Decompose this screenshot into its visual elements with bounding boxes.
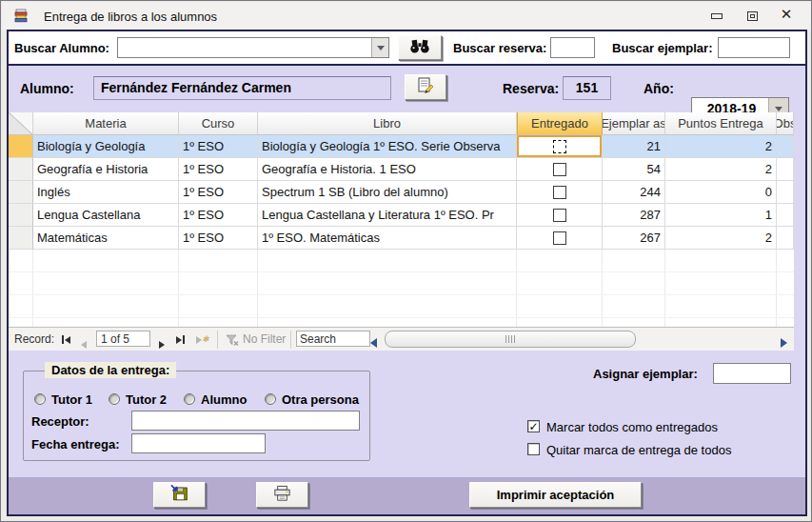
edit-document-icon [416, 77, 435, 98]
cell-puntos-entregados[interactable]: 2 [665, 158, 777, 181]
last-record-button[interactable] [176, 335, 185, 344]
buscar-ejemplar-input[interactable] [718, 37, 790, 58]
previous-record-button[interactable] [81, 335, 87, 352]
fecha-entrega-label: Fecha entrega: [31, 437, 119, 452]
radio-otra-persona[interactable] [265, 393, 276, 405]
row-selector[interactable] [9, 158, 33, 181]
cell-puntos-entregados[interactable]: 2 [665, 135, 777, 158]
buscar-reserva-input[interactable] [550, 37, 595, 58]
cell-curso[interactable]: 1º ESO [179, 181, 258, 204]
cell-puntos-entregados[interactable]: 1 [665, 204, 777, 227]
cell-ejemplar-asignado[interactable]: 244 [603, 181, 665, 204]
marcar-label: Marcar todos como entregados [546, 420, 718, 434]
fecha-entrega-input[interactable] [131, 433, 266, 453]
select-all-corner[interactable] [9, 112, 33, 135]
datasheet-header: Materia Curso Libro Entregado Ejemplar a… [9, 112, 794, 135]
row-selector[interactable] [9, 181, 33, 204]
delivery-legend: Datos de la entrega: [45, 362, 176, 378]
cell-entregado[interactable] [517, 181, 603, 204]
cell-curso[interactable]: 1º ESO [179, 158, 258, 181]
reserva-field[interactable]: 151 [563, 76, 611, 100]
cell-libro[interactable]: 1º ESO. Matemáticas [258, 227, 517, 250]
edit-student-button[interactable] [405, 74, 446, 100]
col-header-obs[interactable]: Obs [777, 112, 794, 135]
close-button[interactable]: ✕ [773, 5, 800, 24]
cell-materia[interactable]: Matemáticas [33, 227, 179, 250]
cell-observaciones[interactable] [777, 181, 794, 204]
new-record-button[interactable]: ✱ [196, 335, 209, 344]
cell-libro[interactable]: Spectrum 1 SB (Libro del alumno) [258, 181, 517, 204]
cell-puntos-entregados[interactable]: 0 [665, 181, 777, 204]
cell-observaciones[interactable] [777, 204, 794, 227]
cell-observaciones[interactable] [777, 158, 794, 181]
col-header-curso[interactable]: Curso [179, 112, 258, 135]
restore-button[interactable] [739, 7, 765, 26]
entregado-checkbox[interactable] [553, 140, 566, 153]
record-position-box[interactable]: 1 of 5 [96, 331, 150, 347]
print-button[interactable] [256, 482, 308, 508]
hscroll-thumb[interactable] [385, 331, 636, 348]
save-button[interactable] [153, 482, 206, 508]
cell-observaciones[interactable] [777, 227, 794, 250]
cell-libro[interactable]: Geografía e Historia. 1 ESO [258, 158, 517, 181]
receptor-input[interactable] [131, 411, 360, 431]
cell-ejemplar-asignado[interactable]: 287 [603, 204, 665, 227]
cell-entregado[interactable] [517, 204, 603, 227]
cell-curso[interactable]: 1º ESO [179, 227, 258, 250]
footer-bar [9, 477, 805, 514]
entregado-checkbox[interactable] [553, 163, 566, 176]
cell-entregado[interactable] [517, 158, 603, 181]
col-header-materia[interactable]: Materia [33, 112, 179, 135]
next-record-button[interactable] [159, 335, 165, 352]
restore-icon [747, 11, 758, 21]
minimize-button[interactable] [703, 7, 730, 26]
marcar-checkbox[interactable]: ✓ [527, 420, 540, 432]
radio-tutor2[interactable] [109, 393, 120, 405]
col-header-libro[interactable]: Libro [258, 112, 517, 135]
entregado-checkbox[interactable] [553, 209, 566, 222]
imprimir-aceptacion-button[interactable]: Imprimir aceptación [469, 482, 642, 508]
row-selector[interactable] [9, 204, 33, 227]
cell-ejemplar-asignado[interactable]: 267 [603, 227, 665, 250]
cell-ejemplar-asignado[interactable]: 21 [603, 135, 665, 158]
cell-entregado[interactable] [517, 135, 603, 158]
hscroll-left-arrow[interactable] [370, 334, 377, 351]
cell-curso[interactable]: 1º ESO [179, 204, 258, 227]
table-row: Matemáticas1º ESO1º ESO. Matemáticas2672 [9, 227, 794, 250]
col-header-entregado[interactable]: Entregado [517, 112, 603, 135]
cell-materia[interactable]: Inglés [33, 181, 179, 204]
col-header-ejemplar[interactable]: Ejemplar as [603, 112, 665, 135]
window-title: Entrega de libros a los alumnos [44, 10, 217, 24]
search-button[interactable] [398, 35, 442, 60]
cell-materia[interactable]: Lengua Castellana [33, 204, 179, 227]
row-selector[interactable] [9, 135, 33, 158]
radio-tutor1[interactable] [34, 393, 46, 405]
row-selector[interactable] [9, 227, 33, 250]
cell-libro[interactable]: Biología y Geología 1º ESO. Serie Observ… [258, 135, 517, 158]
col-header-puntos[interactable]: Puntos Entrega [665, 112, 777, 135]
combo-dropdown-icon[interactable] [371, 38, 388, 57]
alumno-name-field[interactable]: Fernández Fernández Carmen [93, 76, 391, 100]
cell-observaciones[interactable] [777, 135, 794, 158]
cell-materia[interactable]: Biología y Geología [33, 135, 179, 158]
nav-separator-2 [290, 331, 291, 349]
radio-alumno[interactable] [184, 393, 195, 405]
cell-libro[interactable]: Lengua Castellana y Literatura 1º ESO. P… [258, 204, 517, 227]
entregado-checkbox[interactable] [553, 186, 566, 199]
cell-puntos-entregados[interactable]: 2 [665, 227, 777, 250]
asignar-ejemplar-input[interactable] [713, 363, 791, 384]
first-record-button[interactable] [62, 335, 70, 344]
no-filter-label[interactable]: No Filter [243, 332, 286, 346]
hscroll-right-arrow[interactable] [781, 334, 787, 351]
quitar-checkbox[interactable] [527, 443, 540, 455]
app-icon [13, 9, 29, 28]
cell-entregado[interactable] [517, 227, 603, 250]
cell-materia[interactable]: Geografía e Historia [33, 158, 179, 181]
entregado-checkbox[interactable] [553, 231, 566, 245]
cell-curso[interactable]: 1º ESO [179, 135, 258, 158]
cell-ejemplar-asignado[interactable]: 54 [603, 158, 665, 181]
imprimir-aceptacion-label: Imprimir aceptación [497, 488, 615, 502]
search-records-input[interactable] [296, 331, 370, 347]
buscar-alumno-combo[interactable] [117, 37, 389, 58]
filter-icon [226, 333, 239, 351]
